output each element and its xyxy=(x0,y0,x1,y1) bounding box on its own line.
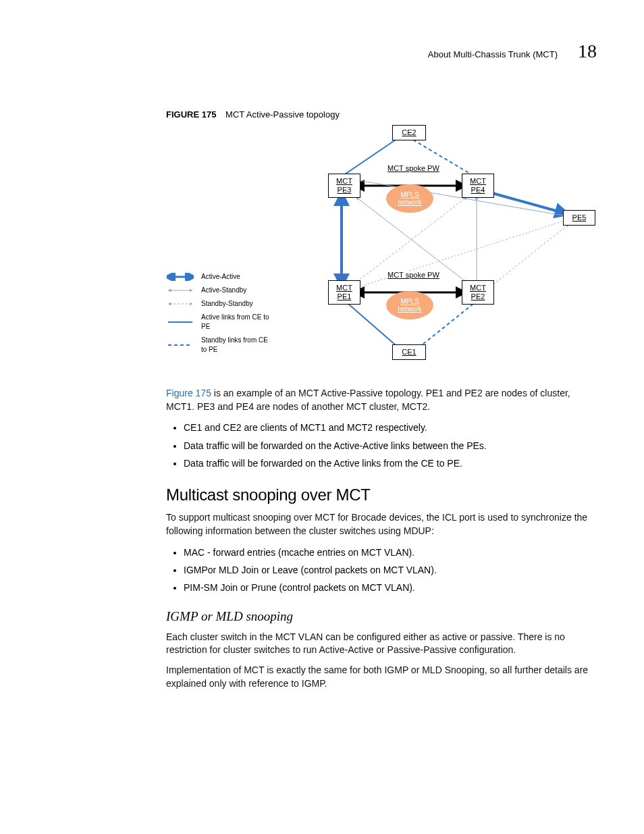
topology-diagram: CE2 MCT PE3 MCT PE4 PE5 MCT PE1 MCT PE2 … xyxy=(166,125,598,375)
paragraph: Implementation of MCT is exactly the sam… xyxy=(166,664,597,690)
legend-label: Standby-Standby xyxy=(201,299,275,309)
node-ce1: CE1 xyxy=(392,344,426,360)
list-item: IGMPor MLD Join or Leave (control packet… xyxy=(184,563,597,577)
legend-icon-active-active xyxy=(166,273,194,281)
cloud-mpls-1: MPLS network xyxy=(386,184,433,213)
node-pe2: MCT PE2 xyxy=(462,280,494,305)
list-item: Data traffic will be forwarded on the Ac… xyxy=(184,456,597,471)
legend-label: Standby links from CE to PE xyxy=(201,336,275,355)
svg-line-10 xyxy=(490,192,563,213)
section-heading: Multicast snooping over MCT xyxy=(166,486,597,504)
node-pe5: PE5 xyxy=(563,210,595,226)
node-ce2: CE2 xyxy=(392,125,426,140)
paragraph: To support multicast snooping over MCT f… xyxy=(166,511,597,538)
bullet-list-2: MAC - forward entries (mcache entries on… xyxy=(166,545,597,596)
list-item: PIM-SM Join or Prune (control packets on… xyxy=(184,580,597,595)
svg-line-11 xyxy=(490,225,568,287)
legend-label: Active-Standby xyxy=(201,286,275,295)
node-pe3: MCT PE3 xyxy=(328,174,360,198)
list-item: Data traffic will be forwarded on the Ac… xyxy=(184,438,597,453)
legend-icon-standby-link xyxy=(166,341,194,349)
page-number: 18 xyxy=(578,41,597,62)
legend-label: Active-Active xyxy=(201,272,275,282)
cloud-mpls-2: MPLS network xyxy=(386,291,433,319)
figure-caption: FIGURE 175 MCT Active-Passive topology xyxy=(166,109,597,120)
paragraph: Figure 175 is an example of an MCT Activ… xyxy=(166,387,597,413)
figure-label: FIGURE 175 xyxy=(166,109,216,120)
list-item: MAC - forward entries (mcache entries on… xyxy=(184,545,597,560)
list-item: CE1 and CE2 are clients of MCT1 and MCT2… xyxy=(184,420,597,435)
node-pe4: MCT PE4 xyxy=(462,174,494,198)
label-spoke-2: MCT spoke PW xyxy=(387,271,439,279)
legend-icon-active-link xyxy=(166,318,194,326)
legend-icon-active-standby xyxy=(166,286,194,294)
diagram-legend: Active-Active Active-Standby Standby-Sta… xyxy=(166,272,275,359)
figure-reference-link[interactable]: Figure 175 xyxy=(166,388,211,398)
header-title: About Multi-Chassis Trunk (MCT) xyxy=(428,49,558,59)
paragraph-text: is an example of an MCT Active-Passive t… xyxy=(166,388,570,412)
subsection-heading: IGMP or MLD snooping xyxy=(166,609,597,624)
label-spoke-1: MCT spoke PW xyxy=(387,164,439,172)
legend-icon-standby-standby xyxy=(166,300,194,308)
paragraph: Each cluster switch in the MCT VLAN can … xyxy=(166,631,597,657)
figure-caption-text: MCT Active-Passive topology xyxy=(225,109,340,120)
legend-label: Active links from CE to PE xyxy=(201,313,275,332)
page-header: About Multi-Chassis Trunk (MCT) 18 xyxy=(47,41,597,62)
node-pe1: MCT PE1 xyxy=(328,280,360,305)
bullet-list-1: CE1 and CE2 are clients of MCT1 and MCT2… xyxy=(166,420,597,471)
